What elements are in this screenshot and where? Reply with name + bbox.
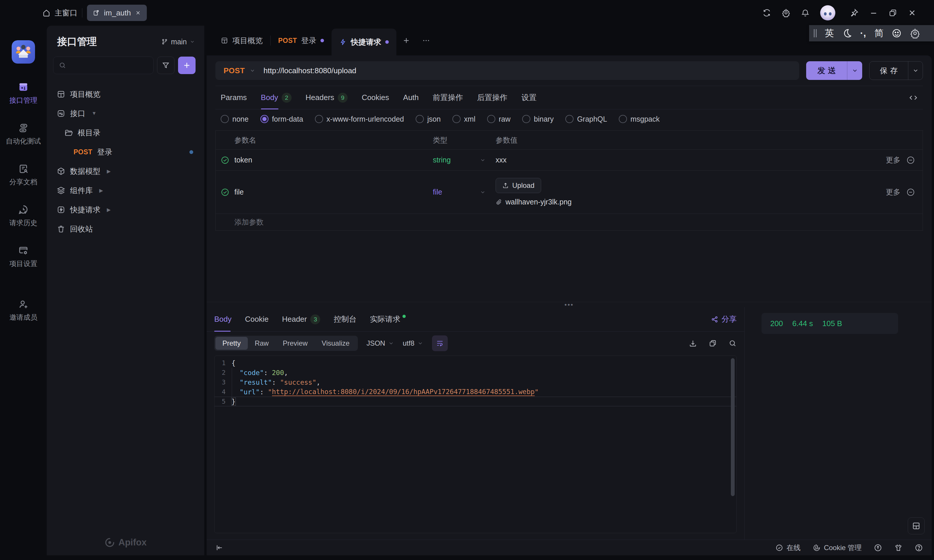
window-tab-im-auth[interactable]: im_auth [87,5,147,21]
settings-gear-icon[interactable] [781,8,791,17]
rail-item-request-history[interactable]: 请求历史 [0,204,47,228]
filter-button[interactable] [157,57,174,74]
rail-item-share-docs[interactable]: 分享文档 [0,163,47,187]
remove-row-icon[interactable] [906,188,915,197]
rail-item-invite-members[interactable]: 邀请成员 [0,298,47,322]
cookie-manager[interactable]: Cookie 管理 [813,543,862,552]
tree-item-login-api[interactable]: POST 登录 [47,142,204,162]
body-type-raw[interactable]: raw [487,115,510,123]
main-window-button[interactable]: 主窗口 [42,8,77,18]
add-new-button[interactable] [178,57,196,74]
tab-body[interactable]: Body2 [261,86,291,109]
body-type-x-www-form-urlencoded[interactable]: x-www-form-urlencoded [315,115,404,123]
body-type-form-data[interactable]: form-data [260,115,303,123]
ime-moon-icon[interactable] [842,28,852,38]
view-mode-pretty[interactable]: Pretty [216,337,248,350]
tab-pre-operations[interactable]: 前置操作 [433,86,463,109]
tree-item-data-models[interactable]: 数据模型 ▶ [47,162,204,181]
code-line[interactable]: 2 "code": 200, [214,368,737,377]
rail-item-api-management[interactable]: 接口管理 [0,81,47,105]
new-tab-button[interactable] [396,37,416,45]
branch-selector[interactable]: main [161,38,195,46]
upload-button[interactable]: Upload [496,178,541,193]
tree-item-component-library[interactable]: 组件库 ▶ [47,181,204,200]
enabled-check-icon[interactable] [220,188,230,197]
ime-punctuation-toggle[interactable]: ·, [860,28,866,38]
pane-resize-handle[interactable]: ••• [207,302,932,307]
notifications-bell-icon[interactable] [801,8,810,17]
doc-tab-login[interactable]: POST 登录 [271,26,331,55]
code-line[interactable]: 1{ [214,358,737,368]
tab-params[interactable]: Params [220,86,247,109]
more-tabs-button[interactable] [416,37,436,45]
remove-row-icon[interactable] [906,156,915,165]
scrollbar-thumb[interactable] [731,358,735,496]
upload-circle-icon[interactable] [874,544,882,552]
tree-item-root-folder[interactable]: 根目录 [47,123,204,142]
response-tab-header[interactable]: Header3 [282,307,320,331]
restore-window-icon[interactable] [888,8,897,17]
attached-file[interactable]: wallhaven-yjr3lk.png [496,198,876,206]
rail-item-automated-testing[interactable]: 自动化测试 [0,123,47,146]
close-window-icon[interactable] [908,8,917,17]
send-options-caret[interactable] [847,61,862,80]
body-type-xml[interactable]: xml [452,115,475,123]
encoding-select[interactable]: utf8 [403,339,423,348]
tab-cookies[interactable]: Cookies [362,86,389,109]
save-options-caret[interactable] [908,62,923,80]
response-tab-body[interactable]: Body [214,307,231,331]
ime-language-toggle[interactable]: 英 [825,27,834,39]
copy-icon[interactable] [709,339,717,348]
add-param-row[interactable]: 添加参数 [216,214,923,231]
param-type-select[interactable]: file [433,188,496,196]
minimize-icon[interactable] [869,8,878,17]
view-mode-raw[interactable]: Raw [248,337,276,350]
ime-drag-handle[interactable] [814,29,817,37]
ime-simplified-toggle[interactable]: 简 [874,27,883,39]
refresh-icon[interactable] [762,8,771,17]
help-question-icon[interactable] [915,544,923,552]
format-select[interactable]: JSON [367,339,394,348]
response-tab-cookie[interactable]: Cookie [245,307,268,331]
close-tab-icon[interactable] [135,10,141,16]
send-button[interactable]: 发送 [806,61,862,80]
tree-item-api-group[interactable]: 接口 ▼ [47,104,204,123]
search-input[interactable] [53,57,154,74]
body-type-graphql[interactable]: GraphQL [566,115,607,123]
view-mode-preview[interactable]: Preview [276,337,314,350]
tab-auth[interactable]: Auth [403,86,419,109]
caret-down-icon[interactable]: ▼ [92,111,97,116]
caret-right-icon[interactable]: ▶ [107,168,111,174]
doc-tab-project-overview[interactable]: 项目概览 [213,26,270,55]
response-body-editor[interactable]: 1{2 "code": 200,3 "result": "success",4 … [214,355,737,533]
share-button[interactable]: 分享 [711,314,737,324]
response-tab-console[interactable]: 控制台 [334,307,356,331]
param-type-select[interactable]: string [433,156,496,164]
code-line[interactable]: 4 "url": "http://localhost:8080/i/2024/0… [214,387,737,397]
method-selector[interactable]: POST [216,66,264,75]
response-tab-actual-request[interactable]: 实际请求 [370,307,406,331]
param-name[interactable]: file [234,188,433,196]
online-status[interactable]: 在线 [775,543,801,552]
more-button[interactable]: 更多 [886,155,900,165]
doc-tab-quick-request[interactable]: 快捷请求 [331,29,396,55]
layout-toggle-button[interactable] [908,517,925,534]
editor-scrollbar[interactable] [731,358,735,531]
generate-code-icon[interactable] [909,93,918,102]
pin-icon[interactable] [850,8,859,17]
code-line[interactable]: 3 "result": "success", [214,377,737,387]
project-avatar[interactable] [12,40,35,63]
search-field[interactable] [69,61,153,70]
collapse-sidebar-icon[interactable] [216,544,223,552]
enabled-check-icon[interactable] [220,156,230,165]
word-wrap-toggle[interactable] [432,335,448,351]
tab-headers[interactable]: Headers9 [305,86,348,109]
tab-settings[interactable]: 设置 [522,86,537,109]
body-type-none[interactable]: none [220,115,249,123]
code-line[interactable]: 5} [214,397,737,406]
user-avatar[interactable] [820,5,835,20]
param-value[interactable]: xxx [496,156,876,164]
ime-settings-gear-icon[interactable] [910,28,920,38]
body-type-json[interactable]: json [416,115,441,123]
body-type-binary[interactable]: binary [522,115,554,123]
